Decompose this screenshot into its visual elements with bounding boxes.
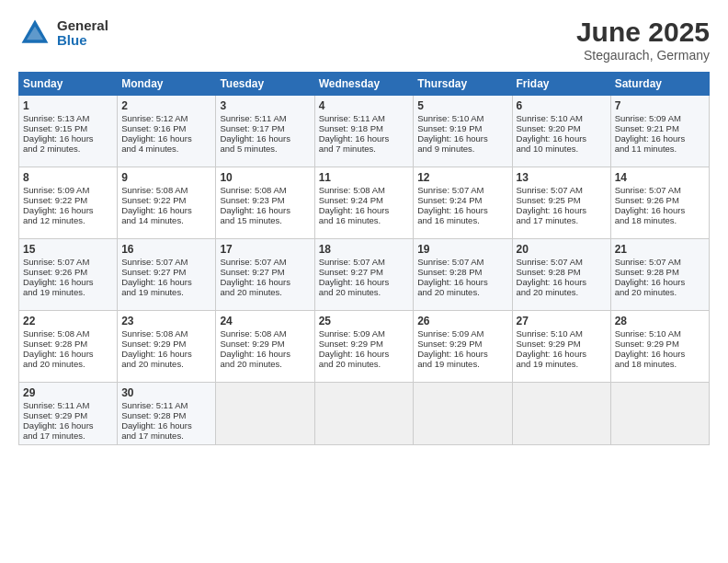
col-header-thursday: Thursday [414,73,512,96]
day-detail: Daylight: 16 hours [615,349,705,359]
day-detail: Sunrise: 5:09 AM [23,185,113,195]
day-detail: Sunrise: 5:08 AM [23,328,113,339]
day-detail: Daylight: 16 hours [23,133,113,144]
day-detail: and 14 minutes. [121,215,211,225]
week-row-4: 29Sunrise: 5:11 AMSunset: 9:29 PMDayligh… [19,383,710,445]
header-row: SundayMondayTuesdayWednesdayThursdayFrid… [19,73,710,96]
calendar-cell: 29Sunrise: 5:11 AMSunset: 9:29 PMDayligh… [19,383,118,445]
day-number: 4 [319,99,410,112]
day-detail: Daylight: 16 hours [23,277,113,287]
logo: General Blue [18,17,108,50]
day-detail: and 16 minutes. [417,215,507,225]
day-detail: and 9 minutes. [417,144,507,154]
day-detail: Sunset: 9:29 PM [220,339,310,349]
day-detail: and 12 minutes. [23,215,113,225]
day-number: 22 [23,315,113,327]
calendar-cell [414,383,512,445]
col-header-monday: Monday [118,73,216,96]
day-detail: Sunset: 9:27 PM [319,267,410,277]
day-detail: and 17 minutes. [121,431,211,441]
calendar-cell: 3Sunrise: 5:11 AMSunset: 9:17 PMDaylight… [216,96,314,167]
day-detail: and 19 minutes. [517,359,607,369]
day-detail: Sunset: 9:17 PM [220,123,310,133]
day-detail: Sunset: 9:28 PM [23,339,113,349]
calendar-cell: 10Sunrise: 5:08 AMSunset: 9:23 PMDayligh… [216,167,314,239]
day-detail: Daylight: 16 hours [319,205,410,215]
day-detail: and 17 minutes. [517,215,607,225]
day-number: 13 [517,171,607,184]
day-detail: Sunset: 9:27 PM [220,267,310,277]
day-detail: Daylight: 16 hours [220,349,310,359]
calendar-cell: 27Sunrise: 5:10 AMSunset: 9:29 PMDayligh… [512,311,610,383]
day-detail: Sunrise: 5:07 AM [517,185,607,195]
day-number: 11 [319,171,410,184]
day-number: 8 [23,171,113,184]
day-detail: Daylight: 16 hours [121,133,211,144]
day-detail: and 20 minutes. [417,287,507,297]
day-detail: Sunset: 9:21 PM [615,123,705,133]
day-detail: Sunrise: 5:07 AM [417,185,507,195]
header: General Blue June 2025 Stegaurach, Germa… [18,17,710,63]
logo-general: General [57,18,108,34]
day-number: 9 [121,171,211,184]
logo-blue: Blue [57,33,108,49]
day-detail: Sunrise: 5:07 AM [319,257,410,267]
day-detail: and 19 minutes. [121,287,211,297]
day-detail: Sunset: 9:20 PM [517,123,607,133]
calendar-cell [512,383,610,445]
col-header-friday: Friday [512,73,610,96]
day-detail: Sunset: 9:22 PM [23,195,113,205]
calendar-cell: 22Sunrise: 5:08 AMSunset: 9:28 PMDayligh… [19,311,118,383]
col-header-wednesday: Wednesday [314,73,414,96]
day-detail: Daylight: 16 hours [517,349,607,359]
day-detail: Sunrise: 5:07 AM [121,257,211,267]
day-detail: Sunset: 9:28 PM [615,267,705,277]
calendar-cell: 15Sunrise: 5:07 AMSunset: 9:26 PMDayligh… [19,239,118,311]
day-number: 27 [517,315,607,327]
day-detail: Sunrise: 5:07 AM [615,185,705,195]
calendar-cell: 28Sunrise: 5:10 AMSunset: 9:29 PMDayligh… [610,311,709,383]
calendar-cell: 7Sunrise: 5:09 AMSunset: 9:21 PMDaylight… [610,96,709,167]
logo-icon [18,17,51,50]
day-number: 20 [517,243,607,256]
day-detail: Daylight: 16 hours [121,277,211,287]
calendar-cell: 25Sunrise: 5:09 AMSunset: 9:29 PMDayligh… [314,311,414,383]
day-detail: and 4 minutes. [121,144,211,154]
calendar-cell: 13Sunrise: 5:07 AMSunset: 9:25 PMDayligh… [512,167,610,239]
day-detail: Daylight: 16 hours [23,420,113,431]
day-detail: Daylight: 16 hours [121,205,211,215]
day-detail: Sunset: 9:29 PM [417,339,507,349]
day-detail: Daylight: 16 hours [220,205,310,215]
calendar-cell: 18Sunrise: 5:07 AMSunset: 9:27 PMDayligh… [314,239,414,311]
day-detail: Sunrise: 5:08 AM [220,328,310,339]
day-detail: Sunrise: 5:11 AM [220,113,310,123]
day-detail: Sunset: 9:29 PM [517,339,607,349]
day-detail: Sunrise: 5:13 AM [23,113,113,123]
day-detail: Sunset: 9:29 PM [121,339,211,349]
calendar-cell: 19Sunrise: 5:07 AMSunset: 9:28 PMDayligh… [414,239,512,311]
day-detail: and 16 minutes. [319,215,410,225]
col-header-tuesday: Tuesday [216,73,314,96]
day-detail: Sunset: 9:29 PM [615,339,705,349]
day-detail: Sunrise: 5:08 AM [121,328,211,339]
col-header-sunday: Sunday [19,73,118,96]
day-number: 25 [319,315,410,327]
day-detail: Sunset: 9:29 PM [23,410,113,420]
day-detail: Sunrise: 5:11 AM [121,400,211,410]
day-detail: Sunset: 9:22 PM [121,195,211,205]
day-detail: Sunset: 9:23 PM [220,195,310,205]
day-detail: and 2 minutes. [23,144,113,154]
day-detail: Sunset: 9:26 PM [23,267,113,277]
calendar-cell: 9Sunrise: 5:08 AMSunset: 9:22 PMDaylight… [118,167,216,239]
day-number: 15 [23,243,113,256]
day-detail: Sunset: 9:28 PM [121,410,211,420]
calendar-cell: 23Sunrise: 5:08 AMSunset: 9:29 PMDayligh… [118,311,216,383]
day-number: 17 [220,243,310,256]
calendar-cell: 17Sunrise: 5:07 AMSunset: 9:27 PMDayligh… [216,239,314,311]
calendar-cell: 6Sunrise: 5:10 AMSunset: 9:20 PMDaylight… [512,96,610,167]
day-number: 1 [23,99,113,112]
day-detail: Daylight: 16 hours [417,349,507,359]
day-number: 26 [417,315,507,327]
day-detail: Sunrise: 5:07 AM [220,257,310,267]
calendar-cell: 11Sunrise: 5:08 AMSunset: 9:24 PMDayligh… [314,167,414,239]
